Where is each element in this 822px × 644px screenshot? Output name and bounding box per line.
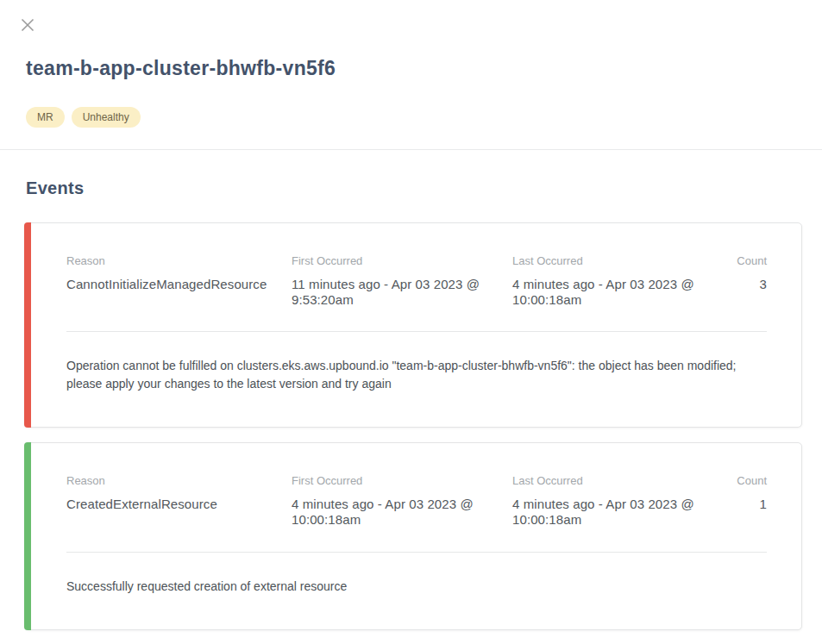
column-label-first-occurred: First Occurred <box>292 474 488 487</box>
event-card-success: Reason CreatedExternalResource First Occ… <box>24 442 802 629</box>
event-message: Successfully requested creation of exter… <box>66 578 767 596</box>
event-last-occurred: 4 minutes ago - Apr 03 2023 @ 10:00:18am <box>512 497 697 527</box>
event-card-list: Reason CannotInitializeManagedResource F… <box>24 222 802 630</box>
event-reason: CannotInitializeManagedResource <box>66 277 281 292</box>
column-label-reason: Reason <box>66 254 281 267</box>
events-section: Events Reason CannotInitializeManagedRes… <box>26 178 802 644</box>
event-header-row: Reason CannotInitializeManagedResource F… <box>66 254 767 307</box>
events-heading: Events <box>26 178 802 198</box>
event-count: 3 <box>707 277 767 292</box>
event-first-occurred: 11 minutes ago - Apr 03 2023 @ 9:53:20am <box>292 277 488 307</box>
close-icon <box>21 18 35 32</box>
event-last-occurred: 4 minutes ago - Apr 03 2023 @ 10:00:18am <box>512 277 697 307</box>
card-divider <box>66 331 767 332</box>
column-label-count: Count <box>707 474 767 487</box>
column-label-count: Count <box>707 254 767 267</box>
page-title: team-b-app-cluster-bhwfb-vn5f6 <box>26 57 336 80</box>
resource-detail-panel: team-b-app-cluster-bhwfb-vn5f6 MR Unheal… <box>0 0 822 644</box>
success-accent-bar <box>24 442 31 629</box>
close-button[interactable] <box>21 18 35 32</box>
header-divider <box>0 149 822 150</box>
event-card-error: Reason CannotInitializeManagedResource F… <box>24 222 802 428</box>
column-label-last-occurred: Last Occurred <box>512 474 697 487</box>
badge-row: MR Unhealthy <box>26 107 141 128</box>
event-message: Operation cannot be fulfilled on cluster… <box>66 357 767 393</box>
event-reason: CreatedExternalResource <box>66 497 281 512</box>
event-count: 1 <box>707 497 767 512</box>
event-first-occurred: 4 minutes ago - Apr 03 2023 @ 10:00:18am <box>292 497 488 527</box>
status-badge-mr: MR <box>26 107 65 128</box>
error-accent-bar <box>24 222 31 428</box>
column-label-last-occurred: Last Occurred <box>512 254 697 267</box>
column-label-first-occurred: First Occurred <box>292 254 488 267</box>
event-header-row: Reason CreatedExternalResource First Occ… <box>66 474 767 527</box>
card-divider <box>66 552 767 553</box>
column-label-reason: Reason <box>66 474 281 487</box>
status-badge-unhealthy: Unhealthy <box>72 107 141 128</box>
